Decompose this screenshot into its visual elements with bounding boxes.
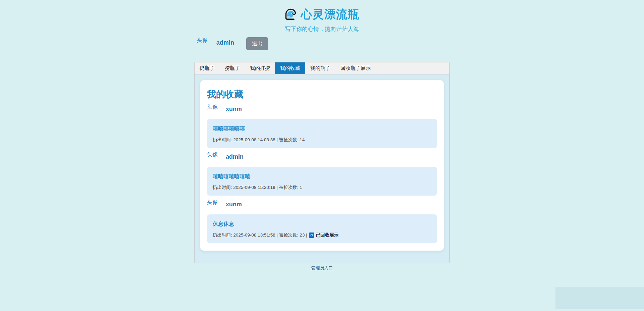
bottle-meta: 扔出时间: 2025-09-08 15:20:19 | 被捡次数: 1 [213,185,431,191]
favorite-user-row: 头像 admin [207,151,437,160]
avatar: 头像 [207,104,218,110]
bottle-card: 嘻嘻嘻嘻嘻嘻嘻 扔出时间: 2025-09-08 15:20:19 | 被捡次数… [207,167,437,196]
tab-my-bottles[interactable]: 我的瓶子 [305,62,335,74]
recycled-label: 已回收展示 [316,232,339,238]
bottle-meta: 扔出时间: 2025-09-08 13:51:58 | 被捡次数: 23 | ↻… [213,232,431,238]
tab-fish-bottle[interactable]: 捞瓶子 [220,62,245,74]
favorite-item: 头像 xunm 休息休息 扔出时间: 2025-09-08 13:51:58 |… [207,199,437,243]
user-bar: 头像 admin 退出 [194,37,450,51]
logout-button[interactable]: 退出 [246,37,268,50]
favorite-username-link[interactable]: admin [226,153,244,160]
bottle-meta-text: 扔出时间: 2025-09-08 13:51:58 | 被捡次数: 23 | [213,232,307,238]
favorite-user-row: 头像 xunm [207,199,437,208]
bottle-title-link[interactable]: 嘻嘻嘻嘻嘻嘻嘻 [213,173,250,180]
bottle-meta-text: 扔出时间: 2025-09-08 15:20:19 | 被捡次数: 1 [213,185,302,191]
recycled-badge: ↻ 已回收展示 [309,232,339,238]
site-header: 心灵漂流瓶 写下你的心情，抛向茫茫人海 [0,0,644,33]
wave-icon [285,8,298,21]
bottle-card: 嘻嘻嘻嘻嘻嘻 扔出时间: 2025-09-08 14:03:38 | 被捡次数:… [207,119,437,148]
tab-throw-bottle[interactable]: 扔瓶子 [195,62,220,74]
favorites-card: 我的收藏 头像 xunm 嘻嘻嘻嘻嘻嘻 扔出时间: 2025-09-08 14:… [200,80,444,251]
page-footer: 管理员入口 [194,265,450,271]
page-subtitle: 写下你的心情，抛向茫茫人海 [0,25,644,33]
bottle-title-link[interactable]: 嘻嘻嘻嘻嘻嘻 [213,125,245,133]
favorite-item: 头像 admin 嘻嘻嘻嘻嘻嘻嘻 扔出时间: 2025-09-08 15:20:… [207,151,437,196]
recycle-icon: ↻ [309,232,314,238]
page-title: 心灵漂流瓶 [301,7,360,22]
favorite-user-row: 头像 xunm [207,104,437,113]
avatar: 头像 [207,151,218,158]
page: 心灵漂流瓶 写下你的心情，抛向茫茫人海 头像 admin 退出 扔瓶子 捞瓶子 … [0,0,644,311]
tab-my-favorites[interactable]: 我的收藏 [275,62,305,74]
admin-entrance-link[interactable]: 管理员入口 [311,265,333,270]
tab-panel: 我的收藏 头像 xunm 嘻嘻嘻嘻嘻嘻 扔出时间: 2025-09-08 14:… [195,74,449,263]
section-heading: 我的收藏 [207,88,437,100]
bottle-title-link[interactable]: 休息休息 [213,221,234,228]
avatar: 头像 [197,37,208,43]
avatar: 头像 [207,199,218,205]
tab-strip: 扔瓶子 捞瓶子 我的打捞 我的收藏 我的瓶子 回收瓶子展示 [195,62,449,74]
favorite-item: 头像 xunm 嘻嘻嘻嘻嘻嘻 扔出时间: 2025-09-08 14:03:38… [207,104,437,148]
current-username-link[interactable]: admin [216,39,234,46]
main-container: 扔瓶子 捞瓶子 我的打捞 我的收藏 我的瓶子 回收瓶子展示 我的收藏 头像 xu… [194,62,450,263]
bottle-meta-text: 扔出时间: 2025-09-08 14:03:38 | 被捡次数: 14 [213,137,305,143]
favorites-list: 头像 xunm 嘻嘻嘻嘻嘻嘻 扔出时间: 2025-09-08 14:03:38… [207,104,437,243]
corner-overlay [555,287,644,309]
favorite-username-link[interactable]: xunm [226,106,242,113]
bottle-card: 休息休息 扔出时间: 2025-09-08 13:51:58 | 被捡次数: 2… [207,214,437,243]
bottle-meta: 扔出时间: 2025-09-08 14:03:38 | 被捡次数: 14 [213,137,431,143]
tab-recycled-bottles[interactable]: 回收瓶子展示 [335,62,376,74]
favorite-username-link[interactable]: xunm [226,201,242,208]
tab-my-salvage[interactable]: 我的打捞 [245,62,275,74]
